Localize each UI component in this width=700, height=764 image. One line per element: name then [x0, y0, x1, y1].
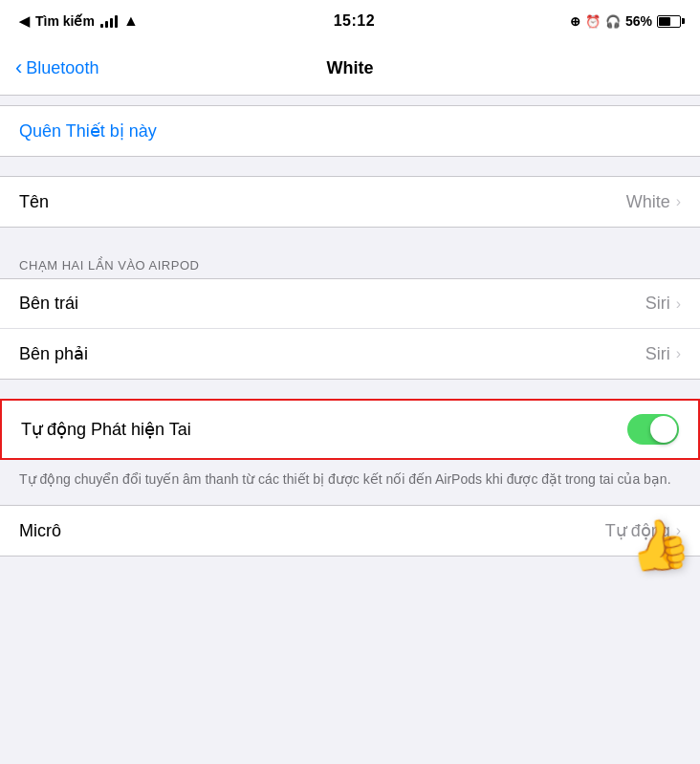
back-label: Bluetooth [26, 58, 98, 78]
right-value-group: Siri › [645, 344, 681, 364]
alarm-icon: ⊕ [570, 14, 580, 29]
wifi-icon: ▲ [123, 12, 139, 30]
status-time: 15:12 [334, 12, 375, 30]
nav-bar: ‹ Bluetooth White [0, 42, 700, 96]
thumbs-up-icon: 👍 [623, 512, 695, 579]
microphone-label: Micrô [19, 521, 61, 541]
double-tap-section: Bên trái Siri › Bên phải Siri › [0, 278, 700, 380]
chevron-right-icon-left: › [676, 295, 681, 313]
auto-detect-wrapper: Tự động Phát hiện Tai [0, 399, 700, 460]
left-value-group: Siri › [645, 294, 681, 314]
microphone-section: Micrô Tự động › [0, 505, 700, 557]
name-section: Tên White › [0, 176, 700, 228]
name-value-group: White › [626, 192, 681, 212]
name-label: Tên [19, 192, 49, 212]
auto-detect-label: Tự động Phát hiện Tai [21, 419, 191, 440]
forget-section: Quên Thiết bị này [0, 105, 700, 157]
clock-icon: ⏰ [585, 14, 601, 29]
name-row[interactable]: Tên White › [0, 177, 700, 227]
content: Quên Thiết bị này Tên White › CHẠM HAI L… [0, 96, 700, 557]
back-arrow-status: ◀ [19, 13, 30, 29]
signal-icon [100, 14, 118, 28]
status-left: ◀ Tìm kiếm ▲ [19, 12, 139, 30]
headphone-icon: 🎧 [605, 14, 621, 29]
left-label: Bên trái [19, 294, 78, 314]
name-value: White [626, 192, 670, 212]
forget-row[interactable]: Quên Thiết bị này [0, 106, 700, 156]
battery-icon [657, 15, 681, 28]
chevron-left-icon: ‹ [15, 57, 22, 78]
auto-detect-toggle[interactable] [627, 414, 679, 445]
auto-detect-description: Tự động chuyển đổi tuyến âm thanh từ các… [0, 460, 700, 505]
right-label: Bên phải [19, 343, 88, 364]
double-tap-header: CHẠM HAI LẦN VÀO AIRPOD [0, 247, 700, 278]
chevron-right-icon: › [676, 193, 681, 210]
battery-label: 56% [625, 13, 652, 29]
forget-label[interactable]: Quên Thiết bị này [19, 120, 157, 142]
right-row[interactable]: Bên phải Siri › [0, 329, 700, 379]
left-value: Siri [645, 294, 670, 314]
chevron-right-icon-right: › [676, 345, 681, 362]
right-value: Siri [645, 344, 670, 364]
microphone-row[interactable]: Micrô Tự động › [0, 506, 700, 556]
auto-detect-row: Tự động Phát hiện Tai [2, 401, 698, 458]
left-row[interactable]: Bên trái Siri › [0, 279, 700, 329]
status-right: ⊕ ⏰ 🎧 56% [570, 13, 681, 29]
back-button[interactable]: ‹ Bluetooth [15, 58, 98, 78]
page-title: White [327, 58, 374, 78]
status-bar: ◀ Tìm kiếm ▲ 15:12 ⊕ ⏰ 🎧 56% [0, 0, 700, 42]
carrier-label: Tìm kiếm [35, 13, 95, 29]
